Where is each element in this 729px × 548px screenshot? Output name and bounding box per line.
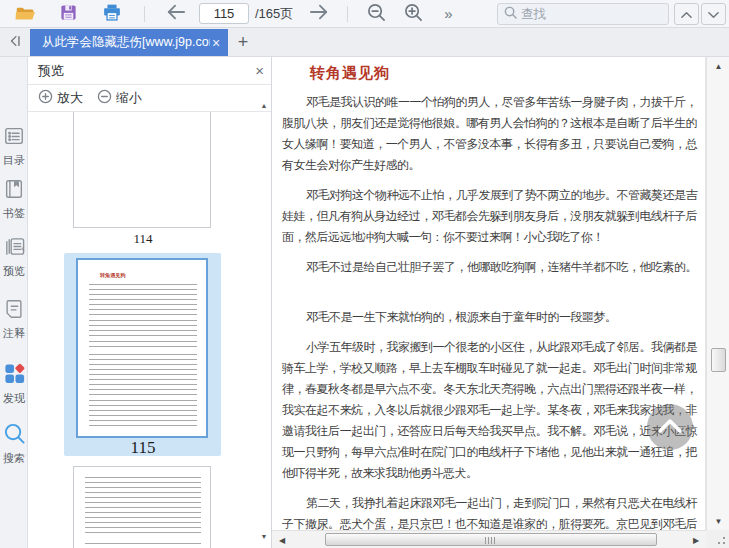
paragraph: 邓毛不是一生下来就怕狗的，根源来自于童年时的一段噩梦。 — [282, 307, 697, 328]
magnifier-minus-icon — [367, 3, 386, 25]
scroll-up-icon[interactable]: ▲ — [711, 59, 726, 73]
paragraph-gap — [282, 278, 697, 298]
main-toolbar: /165页 — [0, 0, 729, 28]
preview-panel-title: 预览 — [38, 62, 64, 80]
sidebar-item-label: 注释 — [0, 326, 28, 341]
tab-active-document[interactable]: 从此学会隐藏悲伤[www.j9p.cor × — [30, 29, 228, 56]
chevron-down-icon — [708, 7, 719, 22]
left-navigation-bar: 目录 书签 预览 — [0, 57, 28, 548]
document-view: 转角遇见狗 邓毛是我认识的唯一一个怕狗的男人，尽管多年苦练一身腱子肉，力拔千斤，… — [272, 57, 706, 530]
find-previous-button[interactable] — [674, 3, 699, 25]
pdf-reader-window: /165页 — [0, 0, 729, 548]
sidebar-item-discover[interactable]: 发现 — [0, 362, 28, 406]
circle-minus-icon — [97, 89, 112, 107]
chevron-up-icon — [657, 418, 683, 437]
thumbnail-page-115[interactable]: 转角遇见狗 — [76, 258, 208, 438]
panel-collapse-handle[interactable]: ‹ — [21, 242, 25, 254]
more-tools-button[interactable]: » — [438, 1, 458, 27]
arrow-left-icon — [165, 3, 187, 24]
preview-scroll-up-icon[interactable]: ▲ — [258, 101, 270, 111]
save-button[interactable] — [55, 1, 81, 27]
toolbar-separator — [144, 6, 145, 22]
scrollbar-corner — [706, 530, 729, 548]
find-next-button[interactable] — [701, 3, 726, 25]
document-body: 邓毛是我认识的唯一一个怕狗的男人，尽管多年苦练一身腱子肉，力拔千斤，腹肌八块，朋… — [272, 92, 705, 530]
thumbnail-page-114[interactable] — [73, 112, 211, 228]
open-file-button[interactable] — [12, 1, 38, 27]
sidebar-item-search[interactable]: 搜索 — [0, 422, 28, 466]
back-to-top-button[interactable] — [647, 404, 693, 450]
thumbnail-text-lines — [89, 354, 197, 395]
arrow-right-icon — [308, 3, 330, 24]
search-blue-icon — [3, 431, 26, 448]
sidebar-item-toc[interactable]: 目录 — [0, 125, 28, 168]
preview-zoom-toolbar: 放大 缩小 — [28, 85, 272, 112]
discover-icon — [3, 371, 26, 388]
thumbnail-text-lines — [89, 341, 197, 347]
vertical-scrollbar[interactable]: ▲ ▼ — [706, 57, 729, 530]
thumbnail-zoom-in-button[interactable]: 放大 — [38, 89, 83, 107]
sidebar-item-label: 目录 — [0, 153, 28, 168]
printer-icon — [102, 3, 122, 25]
toc-icon — [3, 133, 25, 150]
thumbnail-zoom-out-label: 缩小 — [116, 89, 142, 107]
chevron-left-bar-icon — [8, 34, 22, 51]
circle-plus-icon — [38, 89, 53, 107]
scrollbar-grip — [485, 537, 497, 544]
vertical-scrollbar-thumb[interactable] — [711, 348, 726, 372]
thumbnail-text-lines — [89, 320, 197, 336]
paragraph: 邓毛不过是给自己壮胆子罢了，他哪敢吃狗啊，连猪牛羊都不吃，他吃素的。 — [282, 257, 697, 278]
preview-panel: 预览 × 放大 缩小 — [28, 57, 272, 548]
zoom-in-button[interactable] — [400, 1, 426, 27]
previous-page-button[interactable] — [163, 1, 189, 27]
thumbnail-page-116[interactable] — [73, 466, 211, 548]
tab-title: 从此学会隐藏悲伤[www.j9p.cor — [42, 34, 210, 51]
thumbnail-page-number: 115 — [28, 438, 258, 458]
search-icon — [504, 5, 517, 23]
document-title: 转角遇见狗 — [310, 64, 705, 83]
print-button[interactable] — [99, 1, 125, 27]
bookmark-book-icon — [3, 186, 25, 203]
preview-close-icon[interactable]: × — [255, 62, 264, 79]
page-number-input[interactable] — [199, 3, 249, 24]
find-input[interactable] — [521, 7, 661, 21]
tab-bar: 从此学会隐藏悲伤[www.j9p.cor × + — [0, 28, 729, 57]
scroll-left-icon[interactable]: ◀ — [275, 533, 289, 547]
resize-grip-icon — [717, 536, 726, 545]
scroll-down-icon[interactable]: ▼ — [711, 514, 726, 528]
horizontal-scrollbar-thumb[interactable] — [325, 533, 657, 546]
thumbnail-mini-title: 转角遇见狗 — [100, 272, 126, 280]
sidebar-item-label: 书签 — [0, 206, 28, 221]
tab-close-icon[interactable]: × — [212, 36, 220, 50]
chevron-up-icon — [681, 7, 692, 22]
sidebar-item-label: 预览 — [0, 264, 28, 279]
thumbnail-text-lines — [85, 477, 201, 537]
thumbnail-text-lines — [89, 284, 197, 315]
magnifier-plus-icon — [404, 3, 423, 25]
sidebar-item-label: 搜索 — [0, 451, 28, 466]
annotation-document-icon — [3, 306, 25, 323]
sidebar-item-label: 发现 — [0, 391, 28, 406]
thumbnail-text-lines — [89, 400, 197, 426]
page-total-label: /165页 — [255, 5, 293, 23]
paragraph: 邓毛对狗这个物种远不止怕，几乎发展到了势不两立的地步。不管藏獒还是吉娃娃，但凡有… — [282, 185, 697, 248]
sidebar-item-annotations[interactable]: 注释 — [0, 298, 28, 341]
horizontal-scrollbar[interactable]: ◀ ▶ — [272, 530, 706, 548]
collapse-tab-list-button[interactable] — [0, 28, 30, 56]
thumbnail-list: 114 转角遇见狗 115 — [28, 112, 258, 548]
new-tab-button[interactable]: + — [228, 29, 258, 56]
double-chevron-right-icon: » — [444, 5, 452, 22]
paragraph: 第二天，我挣扎着起床跟邓毛一起出门，走到院门口，果然有只恶犬在电线杆子下撒尿。恶… — [282, 493, 697, 530]
preview-scrollbar[interactable]: ▲ ▼ — [258, 101, 270, 542]
zoom-out-button[interactable] — [363, 1, 389, 27]
thumbnail-text-lines — [85, 543, 201, 548]
next-page-button[interactable] — [306, 1, 332, 27]
save-icon — [59, 3, 78, 25]
sidebar-item-bookmarks[interactable]: 书签 — [0, 178, 28, 221]
thumbnail-zoom-in-label: 放大 — [57, 89, 83, 107]
scroll-right-icon[interactable]: ▶ — [689, 533, 703, 547]
toolbar-separator — [347, 6, 348, 22]
thumbnail-zoom-out-button[interactable]: 缩小 — [97, 89, 142, 107]
preview-scroll-down-icon[interactable]: ▼ — [258, 532, 270, 542]
paragraph: 小学五年级时，我家搬到一个很老的小区住，从此跟邓毛成了邻居。我俩都是骑车上学，学… — [282, 337, 697, 484]
